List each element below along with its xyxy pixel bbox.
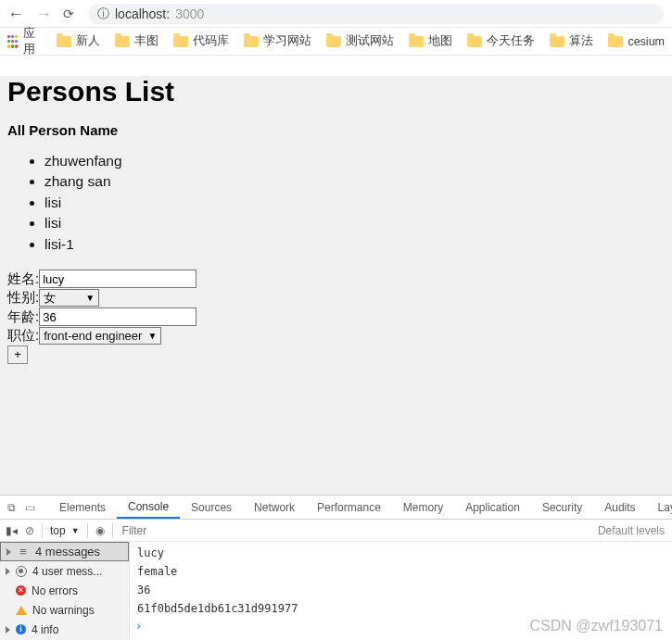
- tab-performance[interactable]: Performance: [306, 496, 392, 519]
- job-value: front-end engineer: [44, 329, 142, 343]
- folder-icon: [467, 36, 482, 47]
- browser-toolbar: ← → ⟳ ⓘ localhost:3000: [0, 0, 672, 28]
- folder-icon: [173, 36, 188, 47]
- folder-icon: [550, 36, 564, 47]
- tab-audits[interactable]: Audits: [593, 496, 646, 519]
- caret-right-icon: [6, 548, 11, 556]
- bookmark-item[interactable]: 学习网站: [244, 33, 311, 49]
- log-levels[interactable]: Default levels: [598, 524, 666, 537]
- bookmark-item[interactable]: 地图: [409, 33, 452, 49]
- chevron-down-icon: ▼: [85, 293, 95, 303]
- tab-elements[interactable]: Elements: [48, 496, 117, 519]
- user-icon: [16, 566, 27, 577]
- console-output[interactable]: lucy female 36 61f0bd5de1db61c31d991977 …: [130, 542, 672, 640]
- clear-console-icon[interactable]: ⊘: [25, 524, 34, 537]
- sidebar-messages[interactable]: ≡ 4 messages: [0, 542, 129, 561]
- bookmark-item[interactable]: 今天任务: [467, 33, 535, 49]
- bookmark-item[interactable]: 新人: [57, 33, 100, 49]
- apps-label: 应用: [23, 26, 42, 57]
- context-selector[interactable]: top ▼: [50, 524, 80, 537]
- sidebar-errors[interactable]: × No errors: [0, 581, 129, 600]
- forward-button[interactable]: →: [35, 6, 50, 22]
- caret-right-icon: [6, 568, 10, 575]
- apps-shortcut[interactable]: 应用: [7, 26, 42, 57]
- bookmark-item[interactable]: cesium: [608, 35, 665, 48]
- page-content: Persons List All Person Name zhuwenfang …: [0, 76, 672, 515]
- caret-right-icon: [6, 626, 10, 634]
- folder-icon: [57, 36, 71, 47]
- list-item: lisi: [44, 213, 665, 233]
- tab-console[interactable]: Console: [117, 496, 180, 519]
- folder-icon: [409, 36, 424, 47]
- tab-security[interactable]: Security: [531, 496, 593, 519]
- job-label: 职位:: [7, 327, 39, 345]
- console-line: 36: [130, 581, 672, 599]
- folder-icon: [608, 36, 623, 47]
- console-line: 61f0bd5de1db61c31d991977: [130, 599, 672, 618]
- tab-sources[interactable]: Sources: [180, 496, 243, 519]
- bookmark-item[interactable]: 代码库: [173, 33, 229, 49]
- chevron-down-icon: ▼: [71, 526, 80, 535]
- live-expression-icon[interactable]: ◉: [95, 524, 105, 537]
- site-info-icon[interactable]: ⓘ: [97, 6, 109, 22]
- age-label: 年龄:: [7, 308, 39, 326]
- bookmarks-bar: 应用 新人 丰图 代码库 学习网站 测试网站 地图 今天任务 算法 cesium: [0, 28, 672, 56]
- address-bar[interactable]: ⓘ localhost:3000: [87, 3, 665, 25]
- age-input[interactable]: [39, 307, 197, 326]
- list-item: lisi: [44, 193, 665, 213]
- devtools-panel: ⧉ ▭ Elements Console Sources Network Per…: [0, 495, 672, 640]
- bookmark-item[interactable]: 丰图: [115, 33, 158, 49]
- sidebar-user-messages[interactable]: 4 user mess...: [0, 561, 129, 581]
- tab-application[interactable]: Application: [454, 496, 531, 519]
- page-title: Persons List: [7, 76, 665, 107]
- console-sidebar: ≡ 4 messages 4 user mess... × No errors …: [0, 542, 130, 640]
- persons-list: zhuwenfang zhang san lisi lisi lisi-1: [7, 151, 665, 255]
- console-line: lucy: [130, 544, 672, 562]
- chevron-down-icon: ▼: [147, 331, 157, 341]
- sidebar-info[interactable]: i 4 info: [0, 620, 129, 639]
- console-filter-input[interactable]: [120, 522, 590, 539]
- gender-select[interactable]: 女 ▼: [39, 289, 99, 307]
- reload-button[interactable]: ⟳: [63, 6, 74, 21]
- list-icon: ≡: [17, 545, 30, 558]
- info-icon: i: [16, 624, 26, 634]
- apps-icon: [7, 35, 18, 48]
- console-line: female: [130, 562, 672, 581]
- tab-memory[interactable]: Memory: [392, 496, 454, 519]
- gender-label: 性别:: [7, 289, 39, 307]
- folder-icon: [326, 36, 341, 47]
- url-host: localhost:: [115, 6, 170, 21]
- sidebar-warnings[interactable]: No warnings: [0, 600, 129, 620]
- list-item: zhuwenfang: [44, 151, 665, 171]
- list-item: lisi-1: [44, 234, 665, 255]
- console-toolbar: ▮◂ ⊘ top ▼ ◉ Default levels: [0, 520, 672, 542]
- bookmark-item[interactable]: 算法: [550, 33, 593, 49]
- warning-icon: [16, 606, 27, 615]
- back-button[interactable]: ←: [7, 6, 22, 22]
- device-toggle-icon[interactable]: ▭: [25, 501, 35, 514]
- tab-network[interactable]: Network: [243, 496, 306, 519]
- console-prompt[interactable]: ›: [130, 618, 672, 634]
- error-icon: ×: [16, 585, 26, 596]
- page-subtitle: All Person Name: [7, 122, 665, 138]
- add-button[interactable]: +: [7, 345, 28, 364]
- folder-icon: [244, 36, 259, 47]
- bookmark-item[interactable]: 测试网站: [326, 33, 394, 49]
- gender-value: 女: [44, 290, 56, 307]
- job-select[interactable]: front-end engineer ▼: [39, 327, 161, 345]
- devtools-tabs: ⧉ ▭ Elements Console Sources Network Per…: [0, 496, 672, 520]
- folder-icon: [115, 36, 130, 47]
- name-label: 姓名:: [7, 270, 39, 288]
- sidebar-toggle-icon[interactable]: ▮◂: [6, 524, 18, 537]
- inspect-icon[interactable]: ⧉: [7, 501, 16, 514]
- list-item: zhang san: [44, 171, 665, 192]
- url-port: 3000: [175, 6, 204, 21]
- name-input[interactable]: [39, 270, 197, 288]
- tab-overflow[interactable]: Lay: [647, 496, 672, 519]
- chevron-right-icon: ›: [135, 620, 142, 633]
